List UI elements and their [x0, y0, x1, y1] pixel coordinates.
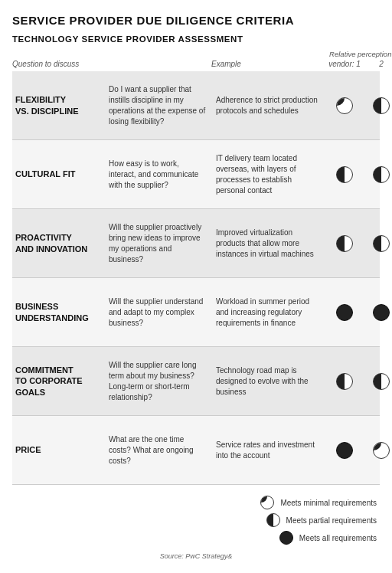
vendor2-header: 2	[363, 60, 392, 68]
header-row-1: Relative perception of	[12, 50, 380, 58]
legend: Meets minimal requirementsMeets partial …	[12, 496, 380, 545]
empty-col	[104, 60, 211, 68]
table-row: COMMITMENT TO CORPORATE GOALSWill the su…	[12, 347, 380, 416]
vendor1-cell	[326, 370, 363, 393]
row-question: Do I want a supplier that instills disci…	[104, 78, 211, 133]
row-label: PRICE	[12, 438, 104, 461]
col-empty-3	[211, 50, 326, 58]
legend-label: Meets minimal requirements	[280, 499, 377, 507]
circle-half-icon	[336, 166, 353, 183]
row-label: PROACTIVITY AND INNOVATION	[12, 226, 104, 260]
example-header: Example	[211, 60, 326, 68]
vendor2-cell	[363, 370, 392, 393]
vendor1-cell	[326, 94, 363, 117]
row-label: COMMITMENT TO CORPORATE GOALS	[12, 359, 104, 404]
circle-half-icon	[373, 373, 390, 390]
row-question: How easy is to work, interact, and commu…	[104, 152, 211, 197]
circle-half-icon	[336, 235, 353, 252]
row-label: BUSINESS UNDERSTANDING	[12, 295, 104, 329]
vendor2-cell	[363, 94, 392, 117]
rows-container: FLEXIBILITY VS. DISCIPLINEDo I want a su…	[12, 71, 380, 485]
vendor2-cell	[363, 301, 392, 324]
row-question: Will the supplier understand and adapt t…	[104, 290, 211, 335]
vendor1-cell	[326, 163, 363, 186]
row-example: Improved virtualization products that al…	[211, 221, 326, 266]
row-question: What are the one time costs? What are on…	[104, 428, 211, 473]
row-question: Will the supplier care long term about m…	[104, 354, 211, 409]
circle-half-icon	[266, 513, 280, 527]
circle-quarter-icon	[373, 442, 390, 459]
circle-quarter-icon	[260, 496, 274, 509]
col-empty-1	[12, 50, 104, 58]
header-row-2: Question to discuss Example vendor: 1 2	[12, 60, 380, 68]
vendor1-cell	[326, 301, 363, 324]
row-example: Technology road map is designed to evolv…	[211, 359, 326, 404]
legend-item: Meets partial requirements	[266, 513, 377, 527]
page: SERVICE PROVIDER DUE DILIGENCE CRITERIA …	[0, 0, 392, 569]
table-row: PROACTIVITY AND INNOVATIONWill the suppl…	[12, 209, 380, 278]
table-row: PRICEWhat are the one time costs? What a…	[12, 416, 380, 485]
vendor1-cell	[326, 232, 363, 255]
row-label: FLEXIBILITY VS. DISCIPLINE	[12, 88, 104, 123]
vendor2-cell	[363, 232, 392, 255]
circle-half-icon	[336, 373, 353, 390]
row-question: Will the supplier proactively bring new …	[104, 216, 211, 271]
vendor2-cell	[363, 163, 392, 186]
table: Relative perception of Question to discu…	[12, 50, 380, 485]
question-header: Question to discuss	[12, 60, 104, 68]
main-title: SERVICE PROVIDER DUE DILIGENCE CRITERIA	[12, 14, 380, 27]
circle-half-icon	[373, 166, 390, 183]
legend-label: Meets partial requirements	[286, 516, 377, 525]
table-row: CULTURAL FITHow easy is to work, interac…	[12, 140, 380, 209]
table-row: BUSINESS UNDERSTANDINGWill the supplier …	[12, 278, 380, 347]
row-example: Service rates and investment into the ac…	[211, 434, 326, 467]
vendor1-header: vendor: 1	[326, 60, 363, 68]
circle-full-icon	[336, 442, 353, 459]
row-label: CULTURAL FIT	[12, 162, 104, 185]
legend-label: Meets all requirements	[299, 534, 377, 542]
row-example: IT delivery team located overseas, with …	[211, 147, 326, 202]
source: Source: PwC Strategy&	[12, 552, 380, 560]
relative-perception-label: Relative perception of	[326, 50, 392, 58]
circle-half-icon	[373, 97, 390, 114]
circle-quarter-icon	[336, 97, 353, 114]
legend-item: Meets all requirements	[279, 531, 377, 545]
table-row: FLEXIBILITY VS. DISCIPLINEDo I want a su…	[12, 71, 380, 140]
circle-half-icon	[373, 235, 390, 252]
vendor2-cell	[363, 439, 392, 462]
circle-full-icon	[279, 531, 293, 545]
col-empty-2	[104, 50, 211, 58]
legend-item: Meets minimal requirements	[260, 496, 377, 509]
row-example: Workload in summer period and increasing…	[211, 290, 326, 335]
vendor1-cell	[326, 439, 363, 462]
circle-full-icon	[336, 304, 353, 321]
circle-full-icon	[373, 304, 390, 321]
row-example: Adherence to strict production protocols…	[211, 89, 326, 123]
sub-title: TECHNOLOGY SERVICE PROVIDER ASSESSMENT	[12, 34, 380, 44]
